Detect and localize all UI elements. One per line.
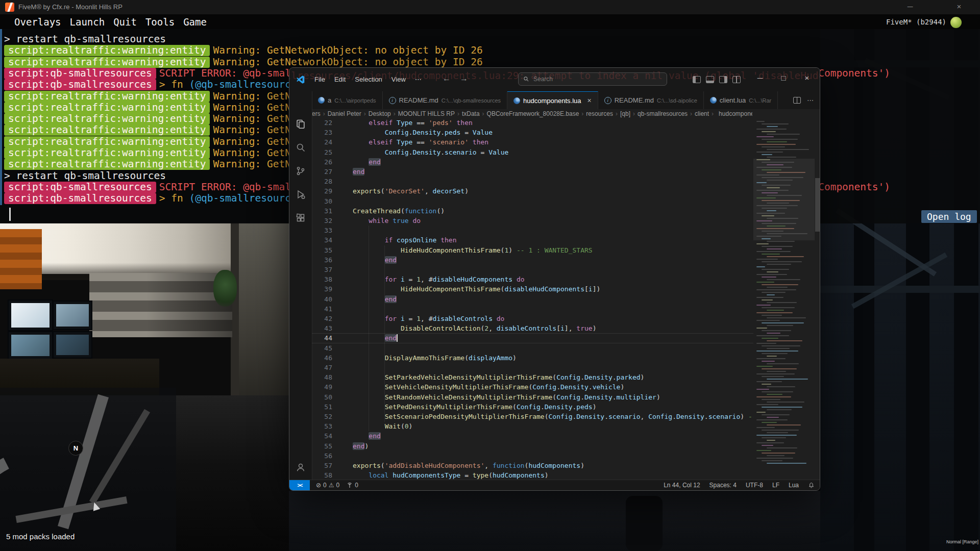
breadcrumb-item[interactable]: Desktop: [369, 110, 391, 117]
console-scrollbar[interactable]: [0, 29, 2, 205]
remote-indicator[interactable]: ><: [289, 480, 310, 490]
console-line: script:realtraffic:warning:entityWarning…: [4, 45, 483, 56]
vscode-close-button[interactable]: ×: [799, 73, 815, 82]
breadcrumb-item[interactable]: qb-smallresources: [638, 110, 688, 117]
vscode-maximize-button[interactable]: □: [776, 73, 791, 82]
vscode-minimize-button[interactable]: ─: [752, 73, 768, 82]
vscode-menu-edit[interactable]: Edit: [330, 74, 350, 84]
console-input-caret[interactable]: [9, 208, 11, 221]
toggle-panel-icon[interactable]: [706, 76, 714, 83]
line-number: 24: [312, 137, 332, 147]
console-line: script:realtraffic:warning:entityWarning…: [4, 57, 483, 68]
line-number: 46: [312, 353, 332, 363]
accounts-icon[interactable]: [294, 461, 307, 474]
tab-client-lua[interactable]: client.luaC:\...\Rar: [704, 91, 778, 109]
line-number: 35: [312, 245, 332, 255]
breadcrumb-item[interactable]: client: [695, 110, 709, 117]
tab-a[interactable]: aC:\...\airportpeds: [312, 91, 383, 109]
fivem-menu-quit[interactable]: Quit: [113, 16, 137, 28]
source-control-icon[interactable]: [294, 164, 307, 178]
vscode-activitybar: [289, 91, 312, 480]
line-number: 29: [312, 186, 332, 196]
eol-sequence[interactable]: LF: [772, 482, 779, 489]
tab-readme-md[interactable]: iREADME.mdC:\...\qb-smallresources: [383, 91, 507, 109]
minimap[interactable]: [753, 118, 815, 481]
fivem-menu-launch[interactable]: Launch: [70, 16, 105, 28]
nav-back-icon[interactable]: ←: [443, 74, 451, 83]
customize-layout-icon[interactable]: [732, 76, 741, 83]
problems-status[interactable]: ⊘0 ⚠0: [316, 482, 339, 489]
fivem-menu-tools[interactable]: Tools: [145, 16, 175, 28]
tab-path: C:\...\qb-smallresources: [442, 97, 501, 104]
breadcrumb-item[interactable]: resources: [586, 110, 613, 117]
breadcrumb-item[interactable]: Daniel Peter: [328, 110, 361, 117]
code-text: SetScenarioPedDensityMultiplierThisFrame…: [353, 412, 753, 421]
breadcrumb[interactable]: ers›Daniel Peter›Desktop›MOONLIT HILLS R…: [312, 109, 752, 118]
line-number: 25: [312, 147, 332, 157]
vscode-menu-file[interactable]: File: [310, 74, 330, 84]
language-mode[interactable]: Lua: [789, 482, 799, 489]
breadcrumb-item[interactable]: ers: [312, 110, 321, 117]
warnings-icon: ⚠: [329, 482, 334, 489]
vscode-menu-⋯[interactable]: ⋯: [410, 74, 426, 84]
fivem-logo-icon: [5, 3, 14, 12]
vscode-menu-selection[interactable]: Selection: [350, 74, 386, 84]
code-text: exports('addDisableHudComponents', funct…: [353, 461, 584, 470]
line-number: 22: [312, 118, 332, 128]
toggle-secondary-sidebar-icon[interactable]: [719, 76, 727, 83]
split-editor-icon[interactable]: [793, 97, 801, 104]
code-line: 48 SetParkedVehicleDensityMultiplierThis…: [312, 372, 753, 382]
code-editor[interactable]: 22 elseif Type == 'peds' then23 Config.D…: [312, 118, 753, 481]
editor-scrollbar-thumb[interactable]: [815, 178, 820, 232]
open-log-button[interactable]: Open log: [921, 210, 977, 223]
console-resource-badge: script:qb-smallresources: [4, 79, 156, 90]
code-text: SetRandomVehicleDensityMultiplierThisFra…: [353, 392, 660, 402]
search-icon: [523, 76, 529, 82]
tab-hudcomponents-lua[interactable]: hudcomponents.lua×: [507, 91, 598, 109]
code-text: elseif Type == 'peds' then: [353, 118, 473, 128]
user-avatar[interactable]: [950, 17, 962, 28]
breadcrumb-item[interactable]: [qb]: [620, 110, 630, 117]
explorer-icon[interactable]: [294, 117, 307, 131]
extensions-icon[interactable]: [294, 211, 307, 224]
ports-status[interactable]: 0: [347, 482, 358, 489]
indentation[interactable]: Spaces: 4: [709, 482, 737, 489]
more-actions-icon[interactable]: ⋯: [807, 96, 814, 104]
nav-forward-icon[interactable]: →: [460, 74, 468, 83]
search-sidebar-icon[interactable]: [294, 141, 307, 154]
code-text: while true do: [353, 216, 421, 226]
fivem-menu-overlays[interactable]: Overlays: [14, 16, 61, 28]
breadcrumb-item[interactable]: txData: [462, 110, 480, 117]
breadcrumb-item[interactable]: hudcomponents.lua: [719, 110, 752, 117]
code-line: 49 SetVehicleDensityMultiplierThisFrame(…: [312, 382, 753, 392]
run-debug-icon[interactable]: [294, 188, 307, 201]
tab-label: hudcomponents.lua: [523, 97, 581, 105]
fivem-menu-game[interactable]: Game: [183, 16, 207, 28]
cursor-position[interactable]: Ln 44, Col 12: [664, 482, 700, 489]
notifications-bell-icon[interactable]: [808, 482, 815, 489]
vscode-menu-view[interactable]: View: [387, 74, 410, 84]
line-number: 55: [312, 441, 332, 451]
line-number: 31: [312, 206, 332, 216]
line-number: 30: [312, 196, 332, 206]
fivem-menubar: OverlaysLaunchQuitToolsGame: [0, 14, 980, 29]
tab-readme-md[interactable]: iREADME.mdC:\...\sd-aipolice: [598, 91, 704, 109]
breadcrumb-item[interactable]: MOONLIT HILLS RP: [398, 110, 455, 117]
minimize-button[interactable]: ─: [903, 2, 917, 11]
close-button[interactable]: ×: [952, 2, 966, 11]
console-line: > restart qb-smallresources: [4, 170, 166, 182]
search-input[interactable]: [532, 75, 657, 83]
line-number: 58: [312, 470, 332, 480]
store-tv: [53, 331, 92, 359]
fivem-build-label: FiveM* (b2944): [886, 18, 946, 26]
encoding[interactable]: UTF-8: [746, 482, 763, 489]
command-center-search[interactable]: [518, 72, 667, 86]
code-line: 54 end: [312, 431, 753, 441]
code-line: 52 SetScenarioPedDensityMultiplierThisFr…: [312, 412, 753, 421]
code-text: DisplayAmmoThisFrame(displayAmmo): [353, 353, 517, 363]
tab-path: C:\...\airportpeds: [334, 97, 376, 104]
tab-close-icon[interactable]: ×: [587, 96, 592, 105]
toggle-sidebar-icon[interactable]: [693, 76, 701, 83]
vscode-window: FileEditSelectionView⋯ ← → ─ □ × aC:\...…: [289, 67, 820, 491]
breadcrumb-item[interactable]: QBCoreFramework_80028E.base: [487, 110, 579, 117]
